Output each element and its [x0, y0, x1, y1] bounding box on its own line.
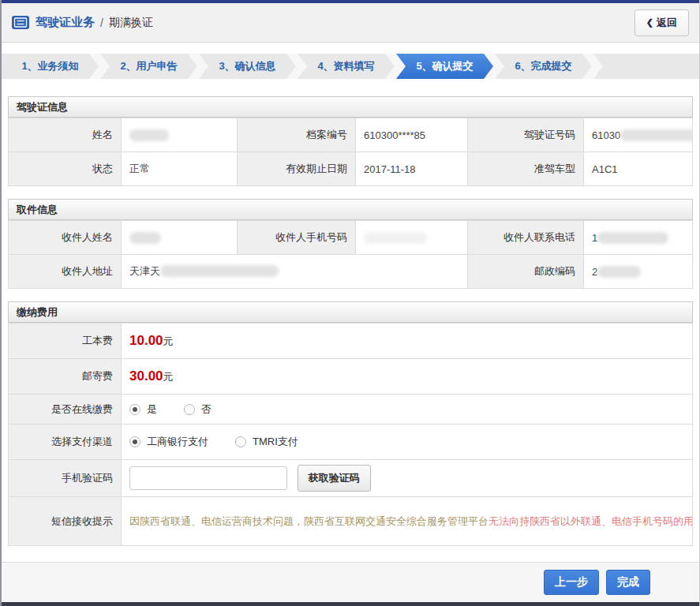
get-sms-code-button[interactable]: 获取验证码 — [298, 465, 371, 492]
pickup-info-table: 收件人姓名 收件人手机号码 收件人联系电话 1 收件人地址 天津天 邮政编码 2 — [8, 220, 693, 289]
redacted-license-number-blob — [620, 129, 692, 141]
document-list-icon — [12, 16, 29, 29]
finish-button[interactable]: 完成 — [606, 570, 650, 595]
sms-notice-part2: 无法向持陕西省以外联通、电信手机号码的用户发送短信, — [489, 515, 693, 527]
postal-code-prefix: 2 — [592, 266, 597, 278]
step-progress-bar: 1、业务须知 2、用户申告 3、确认信息 4、资料填写 5、确认提交 6、完成提… — [2, 54, 699, 79]
radio-checked-icon[interactable] — [129, 436, 140, 447]
step-1-business-notes: 1、业务须知 — [2, 54, 99, 79]
recipient-address-value: 天津天 — [122, 255, 468, 289]
recipient-phone-value: 1 — [584, 221, 693, 255]
name-label: 姓名 — [9, 118, 122, 152]
table-row: 选择支付渠道 工商银行支付 TMRI支付 — [9, 425, 693, 460]
cost-fee-label: 工本费 — [9, 324, 122, 359]
header: 驾驶证业务 / 期满换证 ❮ 返回 — [2, 3, 699, 43]
license-number-prefix: 61030 — [592, 129, 620, 141]
postage-fee-unit: 元 — [163, 371, 174, 383]
table-row: 收件人地址 天津天 邮政编码 2 — [9, 255, 693, 289]
postage-fee-amount: 30.00 — [129, 368, 163, 383]
table-row: 邮寄费 30.00元 — [9, 359, 693, 395]
online-pay-label: 是否在线缴费 — [9, 395, 122, 425]
recipient-address-label: 收件人地址 — [9, 255, 122, 289]
payment-section: 缴纳费用 工本费 10.00元 邮寄费 30.00元 是否在线缴费 是 否 — [8, 301, 693, 546]
sms-notice-label: 短信接收提示 — [9, 497, 122, 546]
page: 驾驶证业务 / 期满换证 ❮ 返回 1、业务须知 2、用户申告 3、确认信息 4… — [0, 0, 700, 606]
vehicle-class-label: 准驾车型 — [468, 152, 584, 186]
status-label: 状态 — [9, 152, 122, 186]
vehicle-class-value: A1C1 — [584, 152, 693, 186]
online-pay-option-no[interactable]: 否 — [184, 402, 211, 417]
chevron-left-icon: ❮ — [646, 18, 653, 27]
table-row: 状态 正常 有效期止日期 2017-11-18 准驾车型 A1C1 — [9, 152, 693, 186]
step-5-confirm-submit-active: 5、确认提交 — [396, 54, 493, 79]
postal-code-value: 2 — [584, 255, 693, 289]
table-row: 短信接收提示 因陕西省联通、电信运营商技术问题，陕西省互联网交通安全综合服务管理… — [9, 497, 693, 546]
online-pay-yes-label: 是 — [147, 402, 157, 417]
channel-icbc-label: 工商银行支付 — [147, 435, 208, 449]
redacted-name-blob — [129, 129, 169, 141]
license-info-section: 驾驶证信息 姓名 档案编号 610300****85 驾驶证号码 61030 状… — [8, 96, 693, 186]
radio-unchecked-icon[interactable] — [184, 404, 195, 415]
file-number-label: 档案编号 — [238, 118, 356, 152]
table-row: 工本费 10.00元 — [9, 324, 693, 359]
breadcrumb-divider: / — [100, 17, 103, 29]
step-6-finish-submit: 6、完成提交 — [495, 54, 592, 79]
valid-until-label: 有效期止日期 — [238, 152, 356, 186]
pickup-info-section-title: 取件信息 — [8, 199, 693, 220]
radio-checked-icon[interactable] — [129, 404, 140, 415]
sms-code-input[interactable] — [129, 466, 287, 490]
sms-code-label: 手机验证码 — [9, 460, 122, 497]
back-button-label: 返回 — [657, 16, 677, 30]
postal-code-label: 邮政编码 — [468, 255, 584, 289]
name-value — [122, 118, 238, 152]
sms-code-field: 获取验证码 — [122, 460, 693, 497]
step-3-confirm-info: 3、确认信息 — [199, 54, 296, 79]
redacted-postal-code-blob — [597, 266, 641, 278]
redacted-recipient-address-blob — [160, 265, 279, 277]
payment-channel-options: 工商银行支付 TMRI支付 — [122, 425, 693, 460]
online-pay-no-label: 否 — [201, 402, 211, 417]
step-4-fill-in-data: 4、资料填写 — [298, 54, 395, 79]
recipient-mobile-label: 收件人手机号码 — [238, 221, 356, 255]
file-number-value: 610300****85 — [356, 118, 468, 152]
breadcrumb-current: 期满换证 — [109, 16, 153, 30]
valid-until-value: 2017-11-18 — [356, 152, 468, 186]
table-row: 手机验证码 获取验证码 — [9, 460, 693, 497]
online-pay-options: 是 否 — [122, 395, 693, 425]
redacted-recipient-phone-blob — [597, 232, 668, 244]
recipient-mobile-value — [356, 221, 468, 255]
table-row: 收件人姓名 收件人手机号码 收件人联系电话 1 — [9, 221, 693, 255]
sms-notice-part1: 因陕西省联通、电信运营商技术问题，陕西省互联网交通安全综合服务管理平台 — [129, 515, 489, 527]
payment-table: 工本费 10.00元 邮寄费 30.00元 是否在线缴费 是 否 选择支付渠道 — [8, 323, 693, 546]
footer-action-bar: 上一步 完成 — [2, 562, 699, 601]
redacted-recipient-mobile-blob — [364, 232, 427, 244]
payment-section-title: 缴纳费用 — [8, 301, 693, 323]
recipient-phone-label: 收件人联系电话 — [468, 221, 584, 255]
postage-fee-value: 30.00元 — [122, 359, 693, 395]
page-title: 驾驶证业务 — [36, 15, 95, 30]
license-number-label: 驾驶证号码 — [468, 118, 584, 152]
recipient-name-label: 收件人姓名 — [9, 221, 122, 255]
cost-fee-value: 10.00元 — [122, 324, 693, 359]
table-row: 姓名 档案编号 610300****85 驾驶证号码 61030 — [9, 118, 693, 152]
step-2-user-declaration: 2、用户申告 — [100, 54, 197, 79]
bottom-edge-bar — [2, 602, 699, 606]
recipient-name-value — [122, 221, 238, 255]
channel-option-icbc[interactable]: 工商银行支付 — [129, 435, 208, 449]
redacted-recipient-name-blob — [129, 232, 161, 244]
back-button[interactable]: ❮ 返回 — [634, 9, 689, 36]
status-value: 正常 — [122, 152, 238, 186]
license-info-table: 姓名 档案编号 610300****85 驾驶证号码 61030 状态 正常 有… — [8, 118, 693, 186]
sms-notice-text: 因陕西省联通、电信运营商技术问题，陕西省互联网交通安全综合服务管理平台无法向持陕… — [122, 497, 693, 546]
online-pay-option-yes[interactable]: 是 — [129, 402, 157, 417]
recipient-address-prefix: 天津天 — [129, 265, 160, 277]
previous-step-button[interactable]: 上一步 — [544, 570, 599, 595]
channel-tmri-label: TMRI支付 — [253, 435, 298, 449]
license-info-section-title: 驾驶证信息 — [8, 96, 693, 118]
table-row: 是否在线缴费 是 否 — [9, 395, 693, 425]
payment-channel-label: 选择支付渠道 — [9, 425, 122, 460]
cost-fee-amount: 10.00 — [129, 333, 163, 348]
radio-unchecked-icon[interactable] — [235, 436, 246, 447]
channel-option-tmri[interactable]: TMRI支付 — [235, 435, 298, 449]
step-bar-tail — [593, 54, 699, 79]
